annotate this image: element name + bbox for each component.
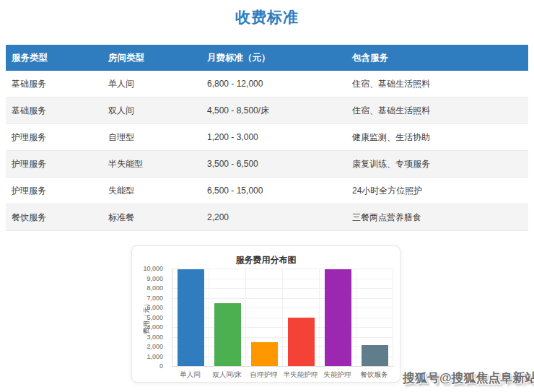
chart-bar (288, 318, 315, 366)
chart-title: 服务费用分布图 (132, 254, 400, 266)
y-tick-label: 9,000 (146, 276, 163, 282)
chart-bar (214, 303, 241, 366)
table-row: 基础服务双人间4,500 - 8,500/床住宿、基础生活照料 (6, 97, 528, 124)
chart-bar (325, 269, 351, 366)
gridline (172, 347, 393, 347)
y-tick-label: 6,000 (146, 305, 163, 311)
table-cell: 3,500 - 6,500 (201, 151, 346, 178)
table-cell: 自理型 (102, 124, 201, 151)
y-tick-label: 2,000 (146, 344, 163, 350)
table-cell: 护理服务 (6, 124, 102, 151)
table-cell: 三餐两点营养膳食 (346, 204, 528, 231)
table-header-row: 服务类型 房间类型 月费标准（元） 包含服务 (6, 45, 528, 71)
x-axis-label: 单人间 (172, 370, 209, 380)
gridline (245, 269, 246, 366)
x-axis-label: 半失能护理 (282, 370, 319, 380)
table-cell: 半失能型 (102, 151, 201, 178)
table-cell: 护理服务 (6, 151, 102, 178)
chart-bar (251, 342, 278, 366)
gridline (393, 269, 393, 366)
table-cell: 失能型 (102, 178, 201, 204)
col-header-monthly-fee: 月费标准（元） (201, 45, 346, 71)
table-cell: 6,500 - 15,000 (201, 178, 346, 204)
col-header-service-type: 服务类型 (6, 45, 102, 71)
gridline (209, 269, 209, 366)
gridline (172, 308, 393, 308)
table-cell: 住宿、基础生活照料 (346, 97, 528, 124)
y-axis-ticks: 01,0002,0003,0004,0005,0006,0007,0008,00… (132, 246, 169, 383)
table-row: 基础服务单人间6,800 - 12,000住宿、基础生活照料 (6, 71, 528, 97)
table-cell: 护理服务 (6, 178, 102, 204)
gridline (172, 288, 393, 289)
watermark: 搜狐号@搜狐焦点阜新站 (403, 370, 534, 386)
gridline (172, 269, 393, 269)
table-cell: 餐饮服务 (6, 204, 102, 231)
col-header-room-type: 房间类型 (102, 45, 201, 71)
gridline (172, 298, 393, 299)
table-cell: 单人间 (102, 71, 201, 97)
x-axis-label: 自理护理 (245, 370, 282, 380)
table-cell: 健康监测、生活协助 (346, 124, 528, 151)
gridline (172, 327, 393, 328)
table-cell: 24小时全方位照护 (346, 178, 528, 204)
y-tick-label: 10,000 (143, 266, 163, 272)
table-cell: 标准餐 (102, 204, 201, 231)
y-tick-label: 1,000 (146, 354, 163, 360)
chart-card: 服务费用分布图 费用（元） 01,0002,0003,0004,0005,000… (131, 245, 400, 383)
table-row: 餐饮服务标准餐2,200三餐两点营养膳食 (6, 204, 528, 231)
y-tick-label: 0 (159, 363, 163, 370)
table-row: 护理服务自理型1,200 - 3,000健康监测、生活协助 (6, 124, 528, 151)
table-cell: 6,800 - 12,000 (201, 71, 346, 97)
gridline (172, 357, 393, 357)
table-row: 护理服务失能型6,500 - 15,00024小时全方位照护 (6, 178, 528, 204)
table-cell: 住宿、基础生活照料 (346, 71, 528, 97)
gridline (356, 269, 356, 366)
fee-table: 服务类型 房间类型 月费标准（元） 包含服务 基础服务单人间6,800 - 12… (6, 45, 528, 231)
y-tick-label: 3,000 (146, 334, 163, 341)
x-axis-label: 失能护理 (319, 370, 356, 380)
table-cell: 1,200 - 3,000 (201, 124, 346, 151)
y-tick-label: 7,000 (146, 295, 163, 302)
page-title: 收费标准 (0, 7, 534, 27)
gridline (172, 279, 393, 279)
table-cell: 康复训练、专项服务 (346, 151, 528, 178)
y-tick-label: 8,000 (146, 285, 163, 292)
chart-bar (362, 345, 388, 366)
x-axis-label: 双人间/床 (209, 370, 245, 380)
y-tick-label: 5,000 (146, 315, 163, 321)
table-cell: 双人间 (102, 97, 201, 124)
x-axis-label: 餐饮服务 (356, 370, 393, 380)
plot-area (172, 269, 393, 367)
table-cell: 基础服务 (6, 97, 102, 124)
chart-bar (178, 269, 204, 366)
gridline (319, 269, 320, 366)
table-cell: 4,500 - 8,500/床 (201, 97, 346, 124)
gridline (282, 269, 283, 366)
table-body: 基础服务单人间6,800 - 12,000住宿、基础生活照料基础服务双人间4,5… (6, 71, 528, 231)
gridline (172, 337, 393, 338)
table-cell: 2,200 (201, 204, 346, 231)
table-cell: 基础服务 (6, 71, 102, 97)
table-row: 护理服务半失能型3,500 - 6,500康复训练、专项服务 (6, 151, 528, 178)
col-header-included-services: 包含服务 (346, 45, 528, 71)
gridline (172, 318, 393, 318)
y-tick-label: 4,000 (146, 324, 163, 331)
